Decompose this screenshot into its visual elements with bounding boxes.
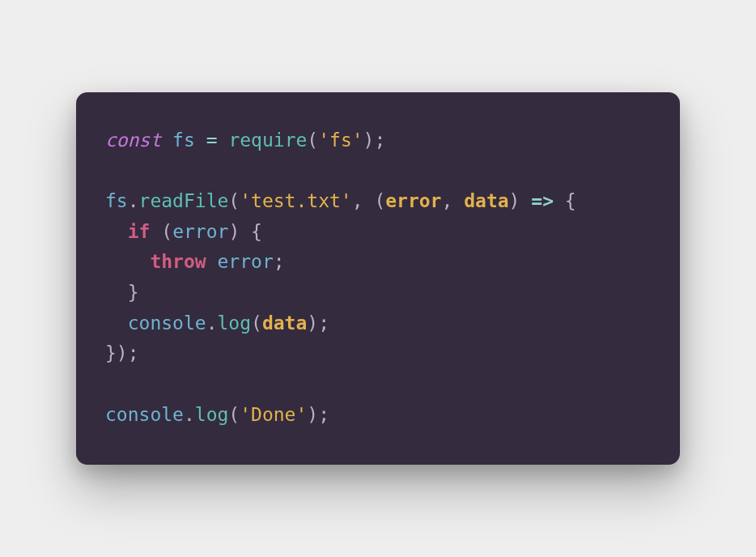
code-token: )	[509, 190, 532, 211]
code-token: if	[128, 221, 151, 242]
code-token: (	[307, 130, 318, 151]
code-token: log	[218, 313, 252, 334]
code-token	[105, 251, 150, 272]
code-token	[161, 130, 172, 151]
code-block: const fs = require('fs'); fs.readFile('t…	[105, 126, 651, 431]
code-token: fs	[172, 130, 195, 151]
code-token: (	[228, 190, 240, 211]
code-token: (	[251, 313, 262, 334]
code-token	[105, 313, 128, 334]
code-token: );	[363, 130, 386, 151]
code-token: .	[206, 313, 218, 334]
code-token: (	[161, 221, 172, 242]
code-token: (	[228, 404, 240, 425]
code-token: throw	[150, 251, 206, 272]
code-token: error	[385, 190, 441, 211]
code-token: data	[464, 190, 508, 211]
code-content: const fs = require('fs'); fs.readFile('t…	[105, 130, 576, 425]
code-token	[206, 251, 218, 272]
code-token: .	[184, 404, 195, 425]
code-token: {	[554, 190, 576, 211]
code-token: });	[105, 342, 139, 364]
code-token	[218, 130, 229, 151]
code-token: }	[128, 282, 139, 303]
code-token: ) {	[228, 221, 262, 242]
code-token: error	[218, 251, 274, 272]
code-token: log	[195, 404, 229, 425]
code-token: console	[128, 313, 206, 334]
code-token: );	[307, 404, 329, 425]
code-token: ;	[274, 251, 285, 272]
code-token: readFile	[139, 190, 229, 211]
code-token: data	[262, 313, 307, 334]
code-token: fs	[105, 190, 128, 211]
code-token: ,	[441, 190, 464, 211]
code-token: error	[172, 221, 228, 242]
code-token: .	[128, 190, 139, 211]
code-token: 'test.txt'	[240, 190, 351, 211]
code-token: 'Done'	[240, 404, 307, 425]
code-token	[195, 130, 206, 151]
code-token: const	[105, 130, 161, 151]
code-token: , (	[352, 190, 386, 211]
code-token	[105, 282, 128, 303]
code-token: console	[105, 404, 184, 425]
code-token: 'fs'	[318, 130, 363, 151]
code-token: =>	[531, 190, 554, 211]
code-token: =	[206, 130, 218, 151]
code-card: const fs = require('fs'); fs.readFile('t…	[76, 92, 680, 465]
code-token: );	[307, 313, 329, 334]
code-token: require	[228, 130, 307, 151]
code-token	[105, 221, 128, 242]
code-token	[150, 221, 161, 242]
